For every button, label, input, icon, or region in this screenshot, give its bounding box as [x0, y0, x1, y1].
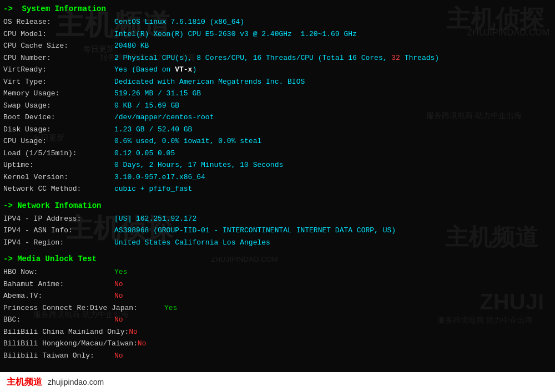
kernel-version-label: Kernel Version: — [3, 172, 114, 183]
os-release-row: OS Release: CentOS Linux 7.6.1810 (x86_6… — [3, 17, 552, 28]
bilibili-taiwan-label: Bilibili Taiwan Only: — [3, 350, 114, 362]
media-unlock-rows: HBO Now: Yes Bahamut Anime: No Abema.TV:… — [3, 267, 552, 361]
hbo-now-row: HBO Now: Yes — [3, 267, 552, 278]
os-release-value: CentOS Linux 7.6.1810 (x86_64) — [114, 17, 244, 28]
swap-usage-row: Swap Usage: 0 KB / 15.69 GB — [3, 100, 552, 111]
network-cc-label: Network CC Method: — [3, 184, 114, 195]
bilibili-taiwan-row: Bilibili Taiwan Only: No — [3, 350, 552, 362]
cpu-number-value: 2 Physical CPU(s), 8 Cores/CPU, 16 Threa… — [114, 53, 439, 64]
virt-type-label: Virt Type: — [3, 77, 114, 88]
os-release-label: OS Release: — [3, 17, 114, 28]
bbc-row: BBC: No — [3, 314, 552, 325]
swap-usage-label: Swap Usage: — [3, 100, 114, 111]
ipv4-address-label: IPV4 - IP Address: — [3, 213, 114, 225]
bilibili-hk-row: BiliBili Hongkong/Macau/Taiwan: No — [3, 338, 552, 349]
load-label: Load (1/5/15min): — [3, 148, 114, 159]
memory-usage-label: Memory Usage: — [3, 88, 114, 99]
abema-tv-row: Abema.TV: No — [3, 291, 552, 302]
bahamut-anime-value: No — [114, 279, 123, 290]
princess-connect-value: Yes — [164, 303, 177, 314]
uptime-value: 0 Days, 2 Hours, 17 Minutes, 10 Seconds — [114, 160, 283, 171]
bilibili-hk-value: No — [138, 338, 147, 349]
arrow-icon: -> — [3, 4, 13, 13]
network-cc-value: cubic + pfifo_fast — [114, 184, 192, 195]
virt-type-row: Virt Type: Dedicated with American Megat… — [3, 77, 552, 88]
abema-tv-value: No — [114, 291, 123, 302]
boot-device-label: Boot Device: — [3, 112, 114, 123]
ipv4-region-row: IPV4 - Region: United States California … — [3, 237, 552, 248]
bbc-value: No — [114, 314, 123, 325]
system-info-header: -> -> System Information System Informat… — [3, 4, 552, 13]
load-row: Load (1/5/15min): 0.12 0.05 0.05 — [3, 148, 552, 159]
bottom-bar-url: zhujipindao.com — [48, 378, 104, 386]
uptime-label: Uptime: — [3, 160, 114, 171]
bilibili-china-row: BiliBili China Mainland Only: No — [3, 327, 552, 338]
bahamut-anime-label: Bahamut Anime: — [3, 279, 114, 290]
princess-connect-label: Princess Connect Re:Dive Japan: — [3, 303, 164, 314]
bilibili-hk-label: BiliBili Hongkong/Macau/Taiwan: — [3, 338, 138, 349]
ipv4-asn-value: AS398968 (GROUP-IID-01 - INTERCONTINENTA… — [114, 225, 396, 236]
bahamut-anime-row: Bahamut Anime: No — [3, 279, 552, 290]
princess-connect-row: Princess Connect Re:Dive Japan: Yes — [3, 303, 552, 314]
bilibili-china-value: No — [129, 327, 138, 338]
load-value: 0.12 0.05 0.05 — [114, 148, 175, 159]
boot-device-row: Boot Device: /dev/mapper/centos-root — [3, 112, 552, 123]
bilibili-china-label: BiliBili China Mainland Only: — [3, 327, 129, 338]
cpu-model-row: CPU Model: Intel(R) Xeon(R) CPU E5-2630 … — [3, 29, 552, 40]
cpu-cache-value: 20480 KB — [114, 40, 149, 52]
network-info-rows: IPV4 - IP Address: [US] 162.251.92.172 I… — [3, 213, 552, 248]
kernel-version-value: 3.10.0-957.el7.x86_64 — [114, 172, 205, 183]
hbo-now-value: Yes — [114, 267, 127, 278]
cpu-usage-label: CPU Usage: — [3, 136, 114, 147]
media-unlock-header: -> Media Unlock Test — [3, 254, 552, 263]
bilibili-taiwan-value: No — [114, 350, 123, 362]
ipv4-asn-row: IPV4 - ASN Info: AS398968 (GROUP-IID-01 … — [3, 225, 552, 236]
abema-tv-label: Abema.TV: — [3, 291, 114, 302]
bottom-bar: 主机频道 zhujipindao.com — [0, 372, 555, 392]
bottom-bar-logo: 主机频道 — [7, 376, 42, 388]
cpu-cache-label: CPU Cache Size: — [3, 40, 114, 52]
disk-usage-label: Disk Usage: — [3, 124, 114, 135]
cpu-usage-value: 0.6% used, 0.0% iowait, 0.0% steal — [114, 136, 261, 147]
boot-device-value: /dev/mapper/centos-root — [114, 112, 214, 123]
disk-usage-value: 1.23 GB / 52.40 GB — [114, 124, 192, 135]
cpu-cache-row: CPU Cache Size: 20480 KB — [3, 40, 552, 52]
virt-type-value: Dedicated with American Megatrends Inc. … — [114, 77, 305, 88]
virt-ready-label: VirtReady: — [3, 64, 114, 75]
memory-usage-value: 519.26 MB / 31.15 GB — [114, 88, 201, 99]
cpu-model-value: Intel(R) Xeon(R) CPU E5-2630 v3 @ 2.40GH… — [114, 29, 357, 40]
bbc-label: BBC: — [3, 314, 114, 325]
virt-ready-value: Yes (Based on VT-x) — [114, 64, 196, 75]
ipv4-asn-label: IPV4 - ASN Info: — [3, 225, 114, 236]
uptime-row: Uptime: 0 Days, 2 Hours, 17 Minutes, 10 … — [3, 160, 552, 171]
ipv4-region-value: United States California Los Angeles — [114, 237, 270, 248]
virt-ready-row: VirtReady: Yes (Based on VT-x) — [3, 64, 552, 75]
network-cc-row: Network CC Method: cubic + pfifo_fast — [3, 184, 552, 195]
disk-usage-row: Disk Usage: 1.23 GB / 52.40 GB — [3, 124, 552, 135]
cpu-number-row: CPU Number: 2 Physical CPU(s), 8 Cores/C… — [3, 53, 552, 64]
ipv4-address-value: [US] 162.251.92.172 — [114, 213, 196, 225]
network-info-header: -> Network Infomation — [3, 201, 552, 210]
cpu-number-label: CPU Number: — [3, 53, 114, 64]
hbo-now-label: HBO Now: — [3, 267, 114, 278]
system-info-rows: OS Release: CentOS Linux 7.6.1810 (x86_6… — [3, 17, 552, 195]
cpu-usage-row: CPU Usage: 0.6% used, 0.0% iowait, 0.0% … — [3, 136, 552, 147]
memory-usage-row: Memory Usage: 519.26 MB / 31.15 GB — [3, 88, 552, 99]
kernel-version-row: Kernel Version: 3.10.0-957.el7.x86_64 — [3, 172, 552, 183]
ipv4-address-row: IPV4 - IP Address: [US] 162.251.92.172 — [3, 213, 552, 225]
terminal-window: -> -> System Information System Informat… — [0, 0, 555, 366]
swap-usage-value: 0 KB / 15.69 GB — [114, 100, 179, 111]
ipv4-region-label: IPV4 - Region: — [3, 237, 114, 248]
cpu-model-label: CPU Model: — [3, 29, 114, 40]
